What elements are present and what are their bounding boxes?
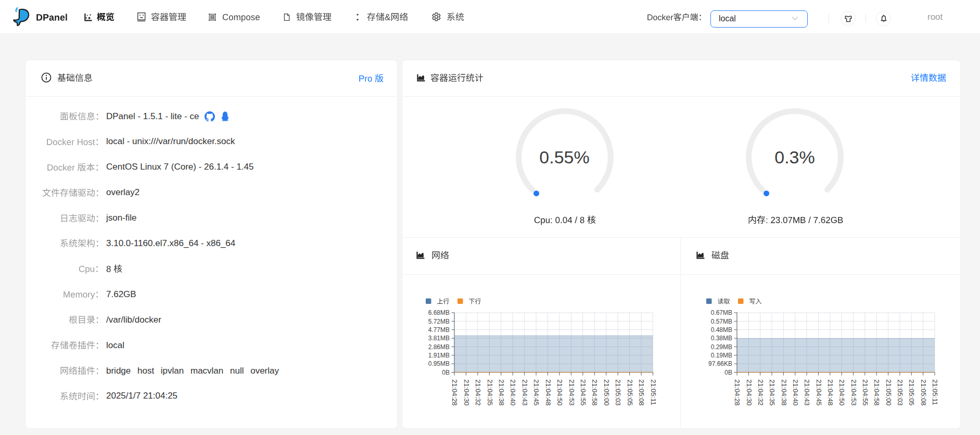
svg-text:21:05:08: 21:05:08 bbox=[638, 379, 645, 406]
svg-text:2.86MB: 2.86MB bbox=[428, 343, 450, 351]
svg-text:21:04:50: 21:04:50 bbox=[838, 379, 846, 406]
svg-text:21:05:05: 21:05:05 bbox=[908, 379, 915, 406]
svg-text:21:04:32: 21:04:32 bbox=[474, 379, 482, 406]
svg-text:21:05:03: 21:05:03 bbox=[896, 379, 904, 406]
svg-text:21:04:58: 21:04:58 bbox=[591, 379, 599, 406]
svg-text:21:04:45: 21:04:45 bbox=[532, 379, 540, 406]
svg-text:21:04:35: 21:04:35 bbox=[768, 379, 776, 406]
svg-text:21:04:50: 21:04:50 bbox=[556, 379, 564, 406]
svg-text:21:04:43: 21:04:43 bbox=[521, 379, 529, 406]
svg-text:21:04:28: 21:04:28 bbox=[451, 379, 459, 406]
svg-text:21:05:00: 21:05:00 bbox=[885, 379, 893, 406]
svg-text:21:05:03: 21:05:03 bbox=[614, 379, 622, 406]
svg-text:21:05:08: 21:05:08 bbox=[920, 379, 927, 406]
svg-text:21:05:05: 21:05:05 bbox=[626, 379, 634, 406]
svg-text:0.57MB: 0.57MB bbox=[711, 318, 732, 325]
svg-text:0.38MB: 0.38MB bbox=[711, 335, 732, 342]
svg-text:0.95MB: 0.95MB bbox=[428, 360, 450, 367]
svg-text:21:04:40: 21:04:40 bbox=[509, 379, 517, 406]
svg-text:0.48MB: 0.48MB bbox=[711, 326, 732, 334]
svg-text:21:04:30: 21:04:30 bbox=[745, 379, 753, 406]
svg-text:21:04:55: 21:04:55 bbox=[579, 379, 587, 406]
svg-text:21:04:58: 21:04:58 bbox=[873, 379, 881, 406]
svg-text:21:04:32: 21:04:32 bbox=[757, 379, 765, 406]
svg-text:21:05:11: 21:05:11 bbox=[931, 379, 939, 405]
svg-text:21:04:30: 21:04:30 bbox=[463, 379, 470, 406]
svg-text:21:04:40: 21:04:40 bbox=[792, 379, 799, 406]
svg-text:21:05:11: 21:05:11 bbox=[650, 379, 657, 405]
svg-text:21:04:38: 21:04:38 bbox=[498, 379, 505, 406]
svg-text:21:04:35: 21:04:35 bbox=[486, 379, 494, 406]
svg-text:21:04:55: 21:04:55 bbox=[861, 379, 869, 406]
svg-text:5.72MB: 5.72MB bbox=[428, 318, 450, 325]
svg-text:4.77MB: 4.77MB bbox=[428, 326, 450, 334]
svg-text:21:04:53: 21:04:53 bbox=[568, 379, 576, 406]
svg-text:0B: 0B bbox=[442, 369, 450, 376]
svg-text:0.29MB: 0.29MB bbox=[711, 343, 732, 351]
svg-text:21:04:28: 21:04:28 bbox=[733, 379, 741, 406]
svg-text:97.66KB: 97.66KB bbox=[708, 360, 732, 367]
svg-text:21:04:48: 21:04:48 bbox=[544, 379, 552, 406]
svg-text:0.67MB: 0.67MB bbox=[711, 309, 732, 316]
svg-text:21:04:48: 21:04:48 bbox=[826, 379, 834, 406]
svg-text:3.81MB: 3.81MB bbox=[428, 335, 450, 342]
svg-text:1.91MB: 1.91MB bbox=[428, 352, 450, 359]
svg-text:21:04:45: 21:04:45 bbox=[815, 379, 823, 406]
svg-text:0.19MB: 0.19MB bbox=[711, 352, 732, 359]
svg-text:6.68MB: 6.68MB bbox=[428, 309, 450, 316]
svg-text:21:04:53: 21:04:53 bbox=[850, 379, 858, 406]
svg-text:0B: 0B bbox=[724, 369, 732, 376]
svg-text:21:04:38: 21:04:38 bbox=[780, 379, 788, 406]
svg-text:21:04:43: 21:04:43 bbox=[803, 379, 811, 406]
svg-text:21:05:00: 21:05:00 bbox=[603, 379, 610, 406]
